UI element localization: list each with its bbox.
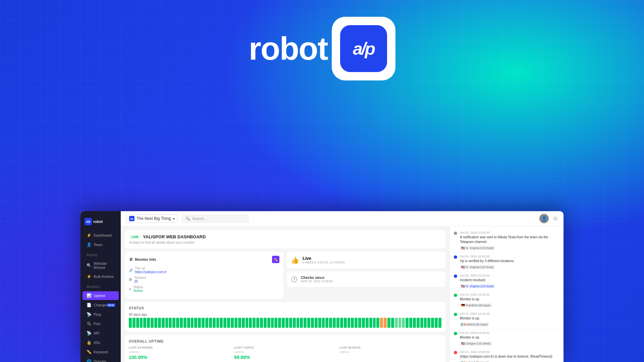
checks-since-card: 🕐 Checks since MAR 10, 2022 10:30:53 <box>287 272 445 287</box>
brand-icon: a/p <box>129 216 135 221</box>
uptime-bar <box>395 318 398 328</box>
uptime-bar <box>297 318 300 328</box>
uptime-bar <box>307 318 310 328</box>
new-badge: NEW <box>107 303 116 307</box>
uptime-bar <box>366 318 369 328</box>
uptime-bar <box>420 318 423 328</box>
page-title: YALISPOR WEB DASHBOARD <box>143 234 206 239</box>
activity-item-0: Oct 01, 2024 10:02:03 A notification was… <box>450 229 564 253</box>
activity-time: Oct 01, 2024 10:02:02 <box>460 274 559 277</box>
activity-flag: 🇮🇪 Ireland (Europe) <box>460 322 489 326</box>
sidebar-item-dashboard[interactable]: ⚡ Dashboard <box>83 231 119 240</box>
sidebar-item-api[interactable]: 📡 API <box>83 329 119 338</box>
activity-flag: 🇺🇸 N. Virginia (US East) <box>460 284 495 288</box>
uptime-bar <box>358 318 361 328</box>
activity-panel: Oct 01, 2024 10:02:03 A notification was… <box>449 226 564 362</box>
uptime-bar <box>351 318 354 328</box>
live-duration: 0 WEEKS, 3 DAYS, 12 HOURS <box>303 261 345 264</box>
uptime-bar <box>435 318 438 328</box>
topbar: a/p The Next Big Thing ▾ 🔍 Search... 👤 × <box>121 211 564 226</box>
sidebar-item-ssl[interactable]: 🔒 SSL <box>83 338 119 347</box>
uptime-stat-30d: LAST 30 DAYS Uptime <box>339 346 441 360</box>
uptime-bar <box>427 318 430 328</box>
uptime-bar <box>387 318 390 328</box>
live-card: 👍 Live 0 WEEKS, 3 DAYS, 12 HOURS <box>287 252 445 268</box>
topbar-brand[interactable]: a/p The Next Big Thing ▾ <box>126 214 178 223</box>
uptime-bar <box>238 318 241 328</box>
url-icon: 🔗 <box>129 268 133 272</box>
uptime-bar <box>267 318 270 328</box>
uptime-days-label: 90 days ago <box>129 313 441 316</box>
dashboard-icon: ⚡ <box>87 233 92 238</box>
sidebar-item-change[interactable]: 📄 Change NEW <box>83 301 119 309</box>
monitor-grid: 🖥 Monitor Info ✏️ 🔗 The url https://yali… <box>125 252 445 299</box>
uptime-bar <box>191 318 194 328</box>
domain-icon: 🌐 <box>87 359 92 362</box>
monitor-info-icon: 🖥 <box>129 257 133 262</box>
sidebar-item-ping[interactable]: 📡 Ping <box>83 310 119 319</box>
sidebar-item-uptime[interactable]: 📊 Uptime <box>83 291 119 300</box>
uptime-bar <box>176 318 179 328</box>
sidebar-item-keyword[interactable]: ✏️ Keyword <box>83 348 119 356</box>
logo-icon-inner: a/p <box>340 25 387 72</box>
uptime-bar <box>253 318 256 328</box>
uptime-bar <box>315 318 318 328</box>
uptime-bar <box>282 318 285 328</box>
uptime-bar <box>376 318 379 328</box>
app-window: a/p robot ⚡ Dashboard 👤 Team Actions 🔍 W… <box>80 211 564 362</box>
activity-dot <box>454 351 457 354</box>
sidebar-item-port[interactable]: 🔌 Port <box>83 319 119 328</box>
activity-time: Oct 01, 2024 10:02:02 <box>460 293 559 296</box>
sidebar-logo-box: a/p <box>85 218 92 225</box>
edit-button[interactable]: ✏️ <box>272 256 279 263</box>
activity-content: Oct 01, 2024 10:02:02 Up is verified by … <box>460 255 559 269</box>
activity-text: Monitor is up. <box>460 297 559 302</box>
uptime-bar <box>165 318 168 328</box>
sidebar-item-team[interactable]: 👤 Team <box>83 240 119 249</box>
live-badge: LIVE <box>129 235 140 239</box>
activity-flag: 🇺🇸 Oregon (US West) <box>460 342 492 346</box>
activity-flag: 🇩🇪 Frankfurt (Europe) <box>460 303 492 307</box>
uptime-bar <box>209 318 212 328</box>
activity-content: Oct 01, 2024 10:02:03 A notification was… <box>460 231 559 250</box>
sidebar-item-domain[interactable]: 🌐 Domain <box>83 357 119 362</box>
uptime-bar <box>260 318 263 328</box>
uptime-bar <box>205 318 208 328</box>
uptime-stat-24h: LAST 24 HOURS Uptime 100.00% <box>129 346 231 360</box>
uptime-icon: 📊 <box>87 293 92 298</box>
keyword-icon: ✏️ <box>87 350 92 354</box>
bulk-actions-icon: ⚡ <box>87 274 92 279</box>
uptime-bar <box>136 318 139 328</box>
activity-item-6: Oct 01, 2024 10:00:52 (https://yalispor.… <box>450 348 564 362</box>
activity-content: Oct 01, 2024 10:00:52 (https://yalispor.… <box>460 350 559 362</box>
uptime-bar <box>158 318 161 328</box>
search-placeholder: Search... <box>192 217 207 221</box>
user-avatar[interactable]: 👤 <box>539 214 549 223</box>
activity-time: Oct 01, 2024 10:00:52 <box>460 350 559 354</box>
activity-content: Oct 01, 2024 10:01:41 Monitor is up. 🇺🇸 … <box>460 331 559 346</box>
uptime-bar <box>402 318 405 328</box>
clock-icon: 🕐 <box>291 276 298 283</box>
uptime-bar <box>180 318 183 328</box>
activity-text: Incident resolved. <box>460 278 559 283</box>
monitor-info-card: 🖥 Monitor Info ✏️ 🔗 The url https://yali… <box>125 252 283 299</box>
activity-content: Oct 01, 2024 10:01:55 Monitor is up. 🇮🇪 … <box>460 312 559 327</box>
uptime-bar <box>162 318 165 328</box>
search-bar[interactable]: 🔍 Search... <box>182 215 249 223</box>
uptime-bar <box>340 318 343 328</box>
uptime-bar <box>169 318 172 328</box>
uptime-bar <box>329 318 332 328</box>
uptime-bar <box>147 318 150 328</box>
checks-since-label: Checks since <box>301 276 333 280</box>
close-button[interactable]: × <box>553 216 558 221</box>
activity-time: Oct 01, 2024 10:02:02 <box>460 255 559 258</box>
sidebar-logo: a/p robot <box>80 215 121 231</box>
activity-time: Oct 01, 2024 10:01:55 <box>460 312 559 315</box>
sidebar-item-website-wizard[interactable]: 🔍 Website Wizard <box>83 259 119 272</box>
uptime-bar <box>336 318 339 328</box>
sidebar-item-bulk-actions[interactable]: ⚡ Bulk Actions <box>83 272 119 281</box>
uptime-bar <box>202 318 205 328</box>
uptime-bar <box>293 318 296 328</box>
uptime-bar <box>151 318 154 328</box>
logo-icon-box: a/p <box>332 17 395 80</box>
